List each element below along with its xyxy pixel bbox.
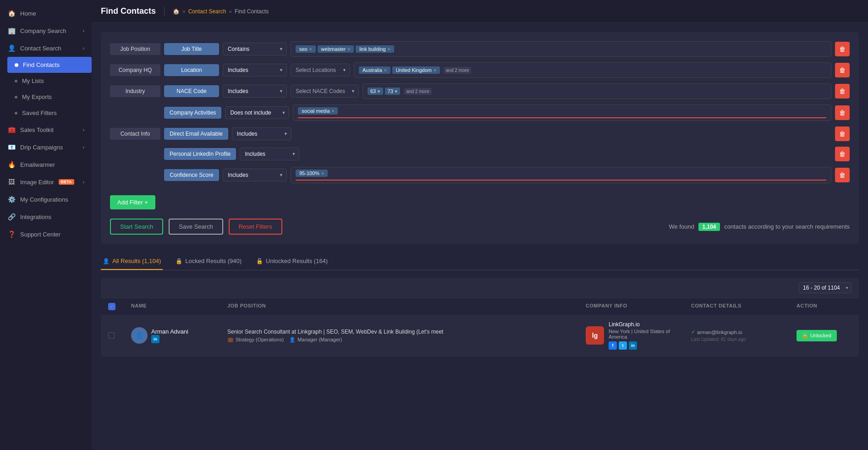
dot-icon-4 [15,112,17,115]
select-all-checkbox[interactable]: ✓ [108,303,115,310]
operator-wrapper-activities: Does not include Includes [225,106,289,119]
delete-btn-confidence[interactable]: 🗑 [835,168,850,182]
tab-all-results[interactable]: 👤 All Results (1,104) [101,253,163,270]
tab-all-results-label: All Results (1,104) [112,258,161,264]
values-location[interactable]: Australia × United Kingdom × and 2 more [354,62,831,78]
sidebar-item-find-contacts[interactable]: Find Contacts [7,57,92,73]
sidebar-item-saved-filters[interactable]: Saved Filters [0,105,92,121]
operator-select-activities[interactable]: Does not include Includes [225,106,289,119]
values-job-title[interactable]: seo × webmaster × link building × [291,41,831,57]
breadcrumb-sep-1: » [182,8,186,15]
nace-select[interactable]: Select NACE Codes [291,85,359,98]
company-logo-text: lg [592,332,598,339]
add-filter-row: Add Filter + [110,191,850,209]
twitter-icon[interactable]: t [619,341,627,350]
delete-btn-linkedin[interactable]: 🗑 [835,147,850,161]
sidebar-label-support-center: Support Center [20,231,60,238]
operator-wrapper-confidence: Includes Does not include [223,169,287,181]
values-activities[interactable]: social media × [293,104,831,121]
sidebar-item-drip-campaigns[interactable]: 📧 Drip Campaigns › [0,138,92,156]
operator-select-confidence[interactable]: Includes Does not include [223,169,287,181]
contact-icon: 👤 [7,44,16,52]
operator-select-nace[interactable]: Includes Does not include [223,85,287,98]
values-confidence[interactable]: 95-100% × [291,167,831,183]
tab-unlocked-results[interactable]: 🔓 Unlocked Results (164) [254,253,330,270]
pagination-select[interactable]: 16 - 20 of 1104 [799,282,852,293]
delete-btn-activities[interactable]: 🗑 [835,105,850,120]
sidebar-item-sales-toolkit[interactable]: 🧰 Sales Toolkit › [0,121,92,138]
row-checkbox-cell [108,332,126,339]
sidebar-item-my-exports[interactable]: My Exports [0,89,92,105]
field-location: Location [164,64,219,76]
location-select[interactable]: Select Locations [291,64,350,77]
chevron-icon: › [83,28,84,33]
email-display: ✓ arman@linkgraph.io [691,329,792,335]
delete-btn-job-title[interactable]: 🗑 [835,42,850,56]
tag-seo: seo × [296,45,316,53]
sidebar-item-home[interactable]: 🏠 Home [0,5,92,22]
operator-select-linkedin[interactable]: Includes Does not include [240,148,299,160]
sidebar-item-integrations[interactable]: 🔗 Integrations [0,208,92,225]
action-buttons-row: Start Search Save Search Reset Filters W… [110,219,850,235]
col-checkbox: ✓ [108,303,126,310]
tag-63: 63 × [368,88,383,95]
category-job-position: Job Position [110,43,160,55]
linkedin-icon[interactable]: in [151,335,159,343]
image-icon: 🖼 [7,178,16,186]
operator-wrapper-linkedin: Includes Does not include [240,148,299,160]
field-linkedin: Personal LinkedIn Profile [164,148,236,160]
sidebar-label-saved-filters: Saved Filters [22,110,57,116]
sidebar-item-image-editor[interactable]: 🖼 Image Editor BETA › [0,173,92,191]
main-content: Find Contacts 🏠 » Contact Search » Find … [92,0,868,450]
operator-select-location[interactable]: Includes Does not include [223,64,287,77]
sidebar-label-my-exports: My Exports [22,93,52,100]
filter-row-location: Company HQ Location Includes Does not in… [110,62,850,78]
sidebar-item-emailwarmer[interactable]: 🔥 Emailwarmer [0,156,92,173]
home-icon: 🏠 [7,9,16,17]
company-linkedin-icon[interactable]: in [629,341,637,350]
sidebar-item-my-configurations[interactable]: ⚙️ My Configurations [0,191,92,208]
name-avatar-row: 👤 Arman Advani in [131,327,223,344]
row-checkbox[interactable] [108,332,115,339]
sidebar-label-drip-campaigns: Drip Campaigns [20,144,63,151]
operator-select-job-title[interactable]: Contains Does not contain Includes [223,43,287,55]
values-nace[interactable]: 63 × 73 × and 2 more [363,83,831,99]
beta-badge: BETA [59,179,74,185]
tag-webmaster: webmaster × [318,45,354,53]
question-icon: ❓ [7,230,16,238]
sidebar-item-company-search[interactable]: 🏢 Company Search › [0,22,92,39]
start-search-button[interactable]: Start Search [110,219,163,235]
sidebar-label-integrations: Integrations [20,214,51,220]
chevron-icon-3: › [83,127,84,132]
tab-unlocked-results-label: Unlocked Results (164) [266,258,328,264]
tab-locked-results[interactable]: 🔒 Locked Results (940) [174,253,243,270]
breadcrumb-contact-search[interactable]: Contact Search [188,8,226,15]
nace-select-wrapper: Select NACE Codes [291,85,359,98]
company-location: New York | United States of America [609,329,687,340]
filters-container: Job Position Job Title Contains Does not… [101,32,859,244]
sidebar-item-contact-search[interactable]: 👤 Contact Search › [0,39,92,57]
breadcrumb-home-icon[interactable]: 🏠 [173,8,180,15]
sidebar-item-support-center[interactable]: ❓ Support Center [0,225,92,243]
unlocked-button[interactable]: 🔓 Unlocked [797,330,837,341]
operator-wrapper-location: Includes Does not include [223,64,287,77]
chevron-icon-2: › [83,46,84,51]
category-industry: Industry [110,85,160,97]
chevron-icon-4: › [83,145,84,150]
pagination-wrapper: 16 - 20 of 1104 [799,282,852,293]
save-search-button[interactable]: Save Search [169,219,223,235]
delete-btn-direct-email[interactable]: 🗑 [835,126,850,141]
action-cell: 🔓 Unlocked [797,330,852,341]
tag-73: 73 × [385,88,401,95]
reset-filters-button[interactable]: Reset Filters [229,219,282,235]
breadcrumb-current: Find Contacts [235,8,269,15]
facebook-icon[interactable]: f [609,341,617,350]
operator-select-email[interactable]: Includes Does not include [232,127,291,140]
person-social-icons: in [151,335,188,343]
sidebar-item-my-lists[interactable]: My Lists [0,73,92,89]
unlock-icon: 🔓 [256,258,263,264]
delete-btn-nace[interactable]: 🗑 [835,84,850,99]
add-filter-button[interactable]: Add Filter + [110,195,155,209]
field-job-title: Job Title [164,43,219,55]
delete-btn-location[interactable]: 🗑 [835,63,850,77]
